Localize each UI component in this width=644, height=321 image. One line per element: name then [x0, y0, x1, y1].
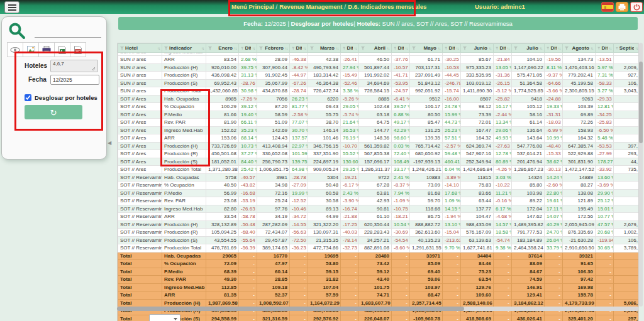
sort-icon[interactable]: ↑↓ — [489, 46, 491, 50]
logout-button[interactable] — [630, 2, 643, 12]
filter-icon[interactable] — [547, 46, 549, 50]
filter-icon[interactable] — [259, 46, 263, 50]
sort-icon[interactable]: ↑↓ — [456, 46, 458, 50]
cell-dif: - — [596, 299, 614, 307]
column-header[interactable]: Dif.↑↓ — [443, 44, 461, 53]
textarea-resize-grip[interactable] — [91, 67, 95, 70]
print-table-button[interactable] — [38, 42, 55, 57]
cell-dif: 36.53 % — [341, 126, 359, 134]
table-row: SOT // AresP.Medio81.6619.40 %58.59-2.58… — [118, 111, 640, 119]
search-icon[interactable] — [8, 22, 26, 40]
column-header[interactable]: Mayo↑↓ — [410, 44, 443, 53]
column-header[interactable]: Agosto↑↓ — [563, 44, 596, 53]
filter-icon[interactable] — [445, 46, 447, 50]
column-header[interactable]: Dif.↑↓ — [290, 44, 308, 53]
filter-icon[interactable] — [565, 46, 569, 50]
desglosar-checkbox[interactable] — [25, 94, 31, 101]
column-header[interactable]: Dif.↑↓ — [596, 44, 614, 53]
cell-value: 16770 — [257, 252, 290, 260]
column-header[interactable]: Junio↑↓ — [461, 44, 494, 53]
sort-icon[interactable]: ↑↓ — [438, 46, 440, 50]
sort-icon[interactable]: ↑↓ — [285, 46, 287, 50]
column-header[interactable]: Dif.↑↓ — [494, 44, 512, 53]
cell-value: 576,167.09 — [461, 229, 494, 237]
filter-icon[interactable] — [208, 46, 212, 50]
filter-icon[interactable] — [120, 46, 124, 50]
cell-value: 85.80 — [512, 182, 545, 190]
vertical-scrollbar-thumb[interactable] — [639, 62, 643, 143]
column-header[interactable]: Marzo↑↓ — [308, 44, 341, 53]
excel-export-button[interactable] — [54, 42, 70, 57]
filter-icon[interactable] — [597, 46, 600, 50]
filter-icon[interactable] — [514, 46, 518, 50]
column-header[interactable]: Hotel↑↓ — [118, 44, 162, 53]
cell-dif: 6.04 % — [443, 166, 461, 174]
sort-icon[interactable]: ↑↓ — [354, 46, 357, 50]
menu-hamburger-button[interactable] — [4, 1, 19, 13]
cell-dif: 25.12 % — [596, 197, 614, 205]
cell-value: 28480 — [359, 252, 392, 260]
column-header[interactable]: Febrero↑↓ — [257, 44, 290, 53]
cell-dif: 88.14 % — [239, 134, 257, 143]
sort-icon[interactable]: ↑↓ — [635, 46, 638, 50]
cell-dif: -54.74 % — [494, 236, 512, 244]
sort-icon[interactable]: ↑↓ — [157, 46, 160, 50]
sort-icon[interactable]: ↑↓ — [336, 46, 338, 50]
filter-icon[interactable] — [310, 46, 314, 50]
language-flag-spain-icon[interactable] — [601, 2, 614, 12]
filter-icon[interactable] — [343, 46, 345, 50]
page-size-select[interactable] — [149, 314, 180, 321]
filter-icon[interactable] — [496, 46, 498, 50]
filter-icon[interactable] — [292, 46, 294, 50]
horizontal-scrollbar-thumb[interactable] — [117, 307, 464, 311]
sort-icon[interactable]: ↑↓ — [591, 46, 593, 50]
column-header[interactable]: Enero↑↓ — [206, 44, 239, 53]
sort-icon[interactable]: ↑↓ — [252, 46, 255, 50]
column-header[interactable]: Dif.↑↓ — [239, 44, 257, 53]
preview-button[interactable] — [7, 42, 23, 57]
pdf-export-button[interactable] — [70, 42, 86, 57]
cell-dif: 33.17 % — [392, 166, 410, 174]
column-header[interactable]: Julio↑↓ — [512, 44, 545, 53]
print-button[interactable] — [616, 2, 628, 12]
sort-icon[interactable]: ↑↓ — [540, 46, 542, 50]
filter-icon[interactable] — [361, 46, 365, 50]
refresh-button[interactable]: ↻ — [25, 105, 82, 119]
sort-icon[interactable]: ↑↓ — [609, 46, 611, 50]
filter-icon[interactable] — [164, 46, 168, 50]
sort-icon[interactable]: ↑↓ — [558, 46, 560, 50]
cell-value: 52.37 — [257, 291, 290, 300]
sort-icon[interactable]: ↑↓ — [234, 46, 236, 50]
sort-icon[interactable]: ↑↓ — [405, 46, 408, 50]
cell-dif: 10.77 % — [596, 213, 614, 221]
fecha-field[interactable] — [50, 75, 99, 85]
horizontal-scrollbar[interactable] — [117, 307, 639, 311]
cell-dif: -18.21 % — [392, 213, 410, 221]
column-header-label: Dif. — [397, 45, 404, 51]
column-header[interactable]: Dif.↑↓ — [392, 44, 410, 53]
column-header[interactable]: Dif.↑↓ — [341, 44, 359, 53]
filter-icon[interactable] — [463, 46, 467, 50]
filter-icon[interactable] — [394, 46, 396, 50]
sort-icon[interactable]: ↑↓ — [201, 46, 204, 50]
filter-icon[interactable] — [412, 46, 416, 50]
cell-value: 10883 — [410, 173, 443, 182]
cell-value: 975,335.23 — [461, 63, 494, 72]
column-header[interactable]: Dif.↑↓ — [545, 44, 563, 53]
sort-icon[interactable]: ↑↓ — [387, 46, 389, 50]
column-header[interactable]: Indicador↑↓ — [162, 44, 206, 53]
filter-icon[interactable] — [616, 46, 618, 50]
image-export-button[interactable] — [23, 42, 39, 57]
filter-icon[interactable] — [241, 46, 243, 50]
breadcrumb-item[interactable]: Revenue Management — [279, 3, 342, 10]
breadcrumb-item[interactable]: D.6. Indicadores mensuales — [348, 3, 426, 10]
sort-icon[interactable]: ↑↓ — [507, 46, 509, 50]
column-header[interactable]: Abril↑↓ — [359, 44, 392, 53]
breadcrumb-item[interactable]: Menú Principal — [231, 3, 274, 10]
vertical-scrollbar[interactable] — [639, 43, 643, 307]
sidebar-collapse-icon[interactable]: ◀ — [108, 140, 111, 146]
search-input[interactable] — [35, 37, 101, 38]
hoteles-field[interactable]: 4,6,7 — [50, 60, 98, 72]
column-header[interactable]: Septiemb↑↓ — [614, 44, 640, 53]
sort-icon[interactable]: ↑↓ — [303, 46, 306, 50]
